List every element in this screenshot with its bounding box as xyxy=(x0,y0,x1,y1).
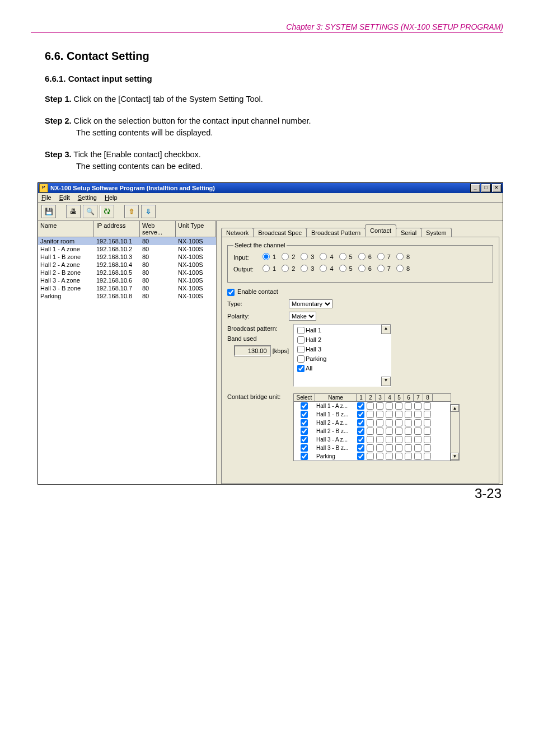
bridge-ch5-checkbox[interactable] xyxy=(395,428,402,435)
bridge-ch4-checkbox[interactable] xyxy=(386,428,393,435)
pattern-row[interactable]: Parking xyxy=(297,355,387,363)
bridge-select-checkbox[interactable] xyxy=(301,411,308,418)
bridge-row[interactable]: Hall 2 - B z... xyxy=(294,427,451,435)
bridge-ch8-checkbox[interactable] xyxy=(424,411,431,418)
input-radio-4[interactable]: 4 xyxy=(320,253,333,260)
bridge-ch6-checkbox[interactable] xyxy=(405,419,412,426)
bridge-ch7-checkbox[interactable] xyxy=(414,402,421,410)
tab-broadcast-pattern[interactable]: Broadcast Pattern xyxy=(306,228,366,237)
bridge-ch2-checkbox[interactable] xyxy=(367,428,374,435)
tab-serial[interactable]: Serial xyxy=(396,228,421,237)
bridge-ch1-checkbox[interactable] xyxy=(357,444,364,452)
bridge-ch1-checkbox[interactable] xyxy=(357,402,364,410)
bridge-ch6-checkbox[interactable] xyxy=(405,411,412,418)
bridge-ch2-checkbox[interactable] xyxy=(367,419,374,426)
bridge-ch1-checkbox[interactable] xyxy=(357,419,364,426)
pattern-checkbox[interactable] xyxy=(297,365,305,372)
unit-row[interactable]: Hall 1 - A zone192.168.10.280NX-100S xyxy=(38,245,216,253)
bridge-select-checkbox[interactable] xyxy=(301,419,308,426)
menu-help[interactable]: Help xyxy=(105,194,118,201)
menu-edit[interactable]: Edit xyxy=(59,194,70,201)
bridge-ch4-checkbox[interactable] xyxy=(386,444,393,452)
refresh-icon[interactable]: 🗘 xyxy=(100,205,114,218)
unit-row[interactable]: Hall 2 - A zone192.168.10.480NX-100S xyxy=(38,261,216,269)
output-radio-4[interactable]: 4 xyxy=(320,265,333,272)
input-radio-3[interactable]: 3 xyxy=(301,253,314,260)
bridge-ch6-checkbox[interactable] xyxy=(405,436,412,443)
bridge-col-name[interactable]: Name xyxy=(315,394,357,401)
bridge-select-checkbox[interactable] xyxy=(301,402,308,410)
bridge-select-checkbox[interactable] xyxy=(301,436,308,443)
bridge-ch1-checkbox[interactable] xyxy=(357,436,364,443)
bridge-select-checkbox[interactable] xyxy=(301,428,308,435)
bridge-scrollbar[interactable]: ▲ ▼ xyxy=(450,404,460,461)
output-radio-7[interactable]: 7 xyxy=(377,265,391,272)
bridge-ch8-checkbox[interactable] xyxy=(424,402,431,410)
unit-row[interactable]: Hall 3 - A zone192.168.10.680NX-100S xyxy=(38,276,216,284)
bridge-ch3-checkbox[interactable] xyxy=(376,428,383,435)
maximize-button[interactable]: □ xyxy=(481,184,491,192)
bridge-col-7[interactable]: 7 xyxy=(414,394,423,401)
enable-contact-checkbox[interactable]: Enable contact xyxy=(227,288,278,296)
scroll-down-icon[interactable]: ▼ xyxy=(381,377,391,386)
pattern-checkbox[interactable] xyxy=(297,327,305,334)
output-radio-3[interactable]: 3 xyxy=(301,265,314,272)
bridge-row[interactable]: Parking xyxy=(294,452,451,461)
bridge-ch4-checkbox[interactable] xyxy=(386,402,393,410)
download-icon[interactable]: ⇩ xyxy=(141,205,156,218)
col-port[interactable]: Web serve... xyxy=(140,221,176,237)
bridge-row[interactable]: Hall 3 - B z... xyxy=(294,444,451,452)
bridge-ch7-checkbox[interactable] xyxy=(414,453,421,460)
bridge-col-1[interactable]: 1 xyxy=(357,394,366,401)
bridge-ch4-checkbox[interactable] xyxy=(386,419,393,426)
bridge-row[interactable]: Hall 3 - A z... xyxy=(294,435,451,444)
bridge-ch3-checkbox[interactable] xyxy=(376,419,383,426)
bridge-ch3-checkbox[interactable] xyxy=(376,444,383,452)
menu-setting[interactable]: Setting xyxy=(78,194,97,201)
bridge-col-2[interactable]: 2 xyxy=(366,394,376,401)
output-radio-8[interactable]: 8 xyxy=(396,265,410,272)
tab-network[interactable]: Network xyxy=(221,228,254,237)
bridge-select-checkbox[interactable] xyxy=(301,453,308,460)
bridge-ch2-checkbox[interactable] xyxy=(367,436,374,443)
type-select[interactable]: Momentary xyxy=(289,299,332,308)
minimize-button[interactable]: _ xyxy=(470,184,480,192)
pattern-row[interactable]: Hall 1 xyxy=(297,327,387,334)
bridge-ch5-checkbox[interactable] xyxy=(395,419,402,426)
save-icon[interactable]: 💾 xyxy=(41,205,56,218)
scan-icon[interactable]: 🔍 xyxy=(83,205,97,218)
broadcast-pattern-list[interactable]: Hall 1 Hall 2 Hall 3 Parking All ▲ ▼ xyxy=(293,324,391,387)
bridge-ch3-checkbox[interactable] xyxy=(376,453,383,460)
output-radio-6[interactable]: 6 xyxy=(358,265,372,272)
bridge-ch2-checkbox[interactable] xyxy=(367,444,374,452)
col-name[interactable]: Name xyxy=(38,221,94,237)
bridge-ch7-checkbox[interactable] xyxy=(414,444,421,452)
window-titlebar[interactable]: P NX-100 Setup Software Program (Install… xyxy=(38,183,503,193)
unit-row[interactable]: Janitor room192.168.10.180NX-100S xyxy=(38,237,216,245)
bridge-col-select[interactable]: Select xyxy=(294,394,315,401)
scroll-down-icon[interactable]: ▼ xyxy=(451,453,459,460)
bridge-ch7-checkbox[interactable] xyxy=(414,436,421,443)
scroll-up-icon[interactable]: ▲ xyxy=(451,405,459,412)
bridge-row[interactable]: Hall 1 - A z... xyxy=(294,402,451,410)
pattern-checkbox[interactable] xyxy=(297,346,305,353)
bridge-ch5-checkbox[interactable] xyxy=(395,402,402,410)
bridge-ch4-checkbox[interactable] xyxy=(386,453,393,460)
bridge-ch8-checkbox[interactable] xyxy=(424,436,431,443)
close-button[interactable]: × xyxy=(491,184,502,192)
bridge-ch1-checkbox[interactable] xyxy=(357,453,364,460)
bridge-ch4-checkbox[interactable] xyxy=(386,411,393,418)
bridge-ch2-checkbox[interactable] xyxy=(367,402,374,410)
bridge-ch7-checkbox[interactable] xyxy=(414,428,421,435)
bridge-col-6[interactable]: 6 xyxy=(404,394,414,401)
pattern-row[interactable]: Hall 2 xyxy=(297,336,387,344)
unit-row[interactable]: Hall 1 - B zone192.168.10.380NX-100S xyxy=(38,253,216,261)
bridge-ch5-checkbox[interactable] xyxy=(395,436,402,443)
bridge-ch6-checkbox[interactable] xyxy=(405,402,412,410)
col-type[interactable]: Unit Type xyxy=(176,221,216,237)
polarity-select[interactable]: Make xyxy=(289,312,316,321)
upload-icon[interactable]: ⇧ xyxy=(124,205,139,218)
output-radio-5[interactable]: 5 xyxy=(339,265,353,272)
bridge-row[interactable]: Hall 1 - B z... xyxy=(294,410,451,419)
bridge-ch8-checkbox[interactable] xyxy=(424,428,431,435)
